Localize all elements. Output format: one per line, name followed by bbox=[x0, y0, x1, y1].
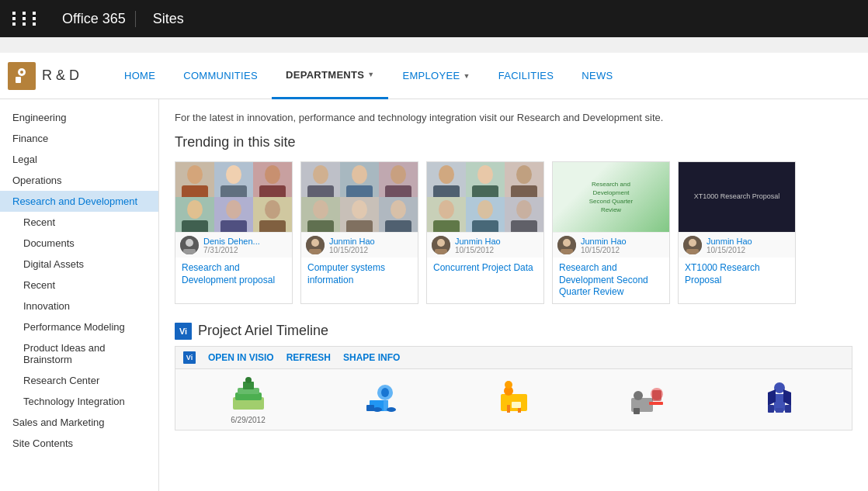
card-3-author-info: Junmin Hao 10/15/2012 bbox=[455, 237, 539, 254]
svg-rect-32 bbox=[385, 185, 411, 197]
nav-facilities[interactable]: FACILITIES bbox=[484, 53, 568, 99]
brand-logo[interactable]: R & D bbox=[8, 62, 79, 90]
card-1-thumb bbox=[175, 162, 292, 232]
svg-rect-47 bbox=[433, 185, 460, 197]
process-label-1: 6/29/2012 bbox=[231, 416, 266, 424]
sidebar-item-finance[interactable]: Finance bbox=[0, 128, 158, 149]
svg-rect-86 bbox=[507, 405, 510, 413]
card-5-author-info: Junmin Hao 10/15/2012 bbox=[707, 237, 790, 254]
nav-home[interactable]: HOME bbox=[110, 53, 169, 99]
card-2-author-date: 10/15/2012 bbox=[329, 246, 413, 254]
card-1-label[interactable]: Research and Development proposal bbox=[175, 258, 292, 291]
process-img-1 bbox=[229, 374, 268, 413]
sidebar-item-recent-2[interactable]: Recent bbox=[0, 275, 158, 296]
app-grid-button[interactable] bbox=[8, 7, 45, 30]
process-img-5 bbox=[760, 379, 799, 417]
person-3 bbox=[253, 162, 292, 197]
card-2-thumb bbox=[301, 162, 418, 232]
trending-card-1[interactable]: Denis Dehen... 7/31/2012 Research and De… bbox=[175, 161, 293, 304]
sidebar-item-site-contents[interactable]: Site Contents bbox=[0, 433, 158, 454]
refresh-button[interactable]: REFRESH bbox=[286, 352, 331, 363]
p2-1 bbox=[301, 162, 340, 197]
shape-info-button[interactable]: SHAPE INFO bbox=[343, 352, 400, 363]
sidebar-item-product-ideas[interactable]: Product Ideas and Brainstorm bbox=[0, 337, 158, 370]
svg-rect-50 bbox=[472, 185, 498, 197]
p2-2 bbox=[340, 162, 379, 197]
svg-rect-5 bbox=[182, 185, 208, 197]
sidebar-item-sales-marketing[interactable]: Sales and Marketing bbox=[0, 412, 158, 433]
project-toolbar: Vi OPEN IN VISIO REFRESH SHAPE INFO bbox=[175, 346, 852, 368]
project-header: Vi Project Ariel Timeline bbox=[175, 323, 852, 340]
card-5-label[interactable]: XT1000 Research Proposal bbox=[679, 258, 795, 291]
svg-rect-95 bbox=[652, 390, 661, 401]
card-4-label[interactable]: Research and Development Second Quarter … bbox=[553, 258, 669, 303]
departments-dropdown-arrow: ▼ bbox=[367, 71, 374, 78]
svg-point-13 bbox=[187, 200, 203, 219]
sidebar-item-technology-integration[interactable]: Technology Integration bbox=[0, 391, 158, 412]
svg-rect-92 bbox=[634, 408, 640, 414]
p2-3 bbox=[379, 162, 418, 197]
svg-rect-20 bbox=[259, 220, 286, 232]
card-4-author-date: 10/15/2012 bbox=[581, 246, 665, 254]
card-2-label[interactable]: Computer systems information bbox=[301, 258, 418, 291]
person-1 bbox=[175, 162, 214, 197]
sidebar-item-documents[interactable]: Documents bbox=[0, 233, 158, 254]
svg-point-4 bbox=[187, 165, 203, 184]
main-nav: HOME COMMUNITIES DEPARTMENTS ▼ EMPLOYEE … bbox=[110, 53, 627, 99]
svg-point-7 bbox=[226, 165, 241, 184]
sidebar-item-performance-modeling[interactable]: Performance Modeling bbox=[0, 316, 158, 337]
nav-departments[interactable]: DEPARTMENTS ▼ bbox=[272, 53, 389, 99]
svg-rect-35 bbox=[307, 220, 334, 232]
svg-rect-71 bbox=[686, 249, 699, 254]
card-1-author-name: Denis Dehen... bbox=[203, 237, 287, 246]
sidebar-item-engineering[interactable]: Engineering bbox=[0, 107, 158, 128]
card-3-avatar bbox=[432, 236, 450, 254]
card-3-author-date: 10/15/2012 bbox=[455, 246, 539, 254]
sidebar-item-research-dev[interactable]: Research and Development bbox=[0, 191, 158, 212]
svg-point-64 bbox=[437, 239, 445, 247]
svg-rect-65 bbox=[435, 249, 447, 254]
card-5-doc-text: XT1000 Research Proposal bbox=[689, 188, 785, 206]
svg-point-83 bbox=[387, 407, 396, 412]
card-3-author-bar: Junmin Hao 10/15/2012 bbox=[427, 232, 543, 258]
sidebar-item-innovation[interactable]: Innovation bbox=[0, 296, 158, 316]
open-in-visio-button[interactable]: OPEN IN VISIO bbox=[208, 352, 274, 363]
trending-card-2[interactable]: Junmin Hao 10/15/2012 Computer systems i… bbox=[300, 161, 418, 304]
svg-point-10 bbox=[265, 165, 280, 184]
nav-employee[interactable]: EMPLOYEE ▼ bbox=[388, 53, 484, 99]
svg-point-49 bbox=[477, 165, 493, 184]
app-title: Office 365 bbox=[53, 11, 136, 27]
p2-6 bbox=[379, 197, 418, 232]
p2-5 bbox=[340, 197, 379, 232]
trending-card-3[interactable]: Junmin Hao 10/15/2012 Concurrent Project… bbox=[426, 161, 544, 304]
trending-card-5[interactable]: XT1000 Research Proposal Junmin Hao 10/1… bbox=[678, 161, 796, 304]
card-4-author-name: Junmin Hao bbox=[581, 237, 665, 246]
layout: Engineering Finance Legal Operations Res… bbox=[0, 99, 868, 491]
sidebar-item-recent-1[interactable]: Recent bbox=[0, 212, 158, 233]
svg-rect-101 bbox=[776, 408, 783, 413]
card-3-label[interactable]: Concurrent Project Data bbox=[427, 258, 543, 279]
sidebar-item-legal[interactable]: Legal bbox=[0, 149, 158, 170]
svg-rect-100 bbox=[785, 405, 791, 413]
process-img-2 bbox=[362, 379, 401, 417]
p2-4 bbox=[301, 197, 340, 232]
app-section: Sites bbox=[144, 11, 184, 27]
sidebar-item-digital-assets[interactable]: Digital Assets bbox=[0, 254, 158, 275]
process-icon-2 bbox=[362, 379, 401, 420]
svg-point-70 bbox=[689, 239, 696, 247]
card-2-author-name: Junmin Hao bbox=[329, 237, 413, 246]
svg-point-91 bbox=[634, 391, 643, 400]
nav-news[interactable]: NEWS bbox=[568, 53, 627, 99]
trending-card-4[interactable]: Research andDevelopmentSecond QuarterRev… bbox=[552, 161, 670, 304]
svg-rect-68 bbox=[561, 249, 573, 254]
nav-communities[interactable]: COMMUNITIES bbox=[169, 53, 272, 99]
sidebar-item-operations[interactable]: Operations bbox=[0, 170, 158, 191]
main-content: For the latest in innovation, performanc… bbox=[159, 99, 868, 491]
svg-point-61 bbox=[516, 200, 532, 219]
top-bar: Office 365 Sites bbox=[0, 0, 868, 37]
svg-rect-17 bbox=[220, 220, 247, 232]
brand-icon bbox=[8, 62, 36, 90]
card-3-thumb bbox=[427, 162, 543, 232]
svg-point-55 bbox=[439, 200, 454, 219]
sidebar-item-research-center[interactable]: Research Center bbox=[0, 370, 158, 391]
